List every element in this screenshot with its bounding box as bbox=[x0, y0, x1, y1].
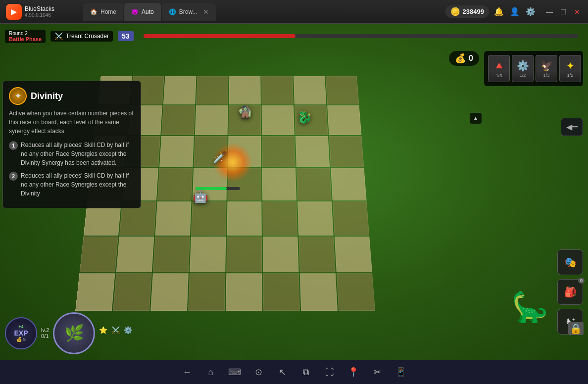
fullscreen-icon[interactable]: ⛶ bbox=[322, 364, 338, 380]
board-cell[interactable] bbox=[298, 237, 335, 272]
app-logo: ▶ BlueStacks 4.90.0.1046 bbox=[0, 4, 79, 20]
hero-avatar[interactable]: 🌿 bbox=[53, 312, 95, 354]
board-cell[interactable] bbox=[262, 201, 297, 236]
home-nav-icon[interactable]: ⌂ bbox=[203, 364, 219, 380]
divinity-panel: ✦ Divinity Active when you have certain … bbox=[2, 81, 141, 208]
board-cell[interactable] bbox=[337, 273, 375, 311]
board-cell[interactable] bbox=[329, 136, 364, 167]
scissors-icon[interactable]: ✂ bbox=[369, 364, 385, 380]
board-cell[interactable] bbox=[294, 76, 326, 105]
globe-icon[interactable]: ⊙ bbox=[250, 364, 266, 380]
board-cell[interactable] bbox=[261, 76, 294, 105]
lock-icon: 🔒 bbox=[568, 322, 584, 335]
phone-icon[interactable]: 📱 bbox=[393, 364, 409, 380]
piece-faction-icon: ⚔️ bbox=[111, 326, 120, 334]
effect-text-2: Reduces all ally pieces' Skill CD by hal… bbox=[21, 171, 135, 198]
hero-hp-display: 53 bbox=[118, 31, 134, 41]
tab-auto[interactable]: 😈 Auto bbox=[124, 3, 161, 21]
character-icon: 🎭 bbox=[564, 256, 577, 268]
board-cell[interactable] bbox=[190, 237, 226, 272]
board-cell[interactable] bbox=[226, 237, 262, 272]
board-cell[interactable] bbox=[161, 105, 195, 135]
board-cell[interactable] bbox=[159, 136, 194, 167]
close-button[interactable]: ✕ bbox=[572, 7, 582, 17]
game-area: 🧌 🐉 🗡️ 🤖 Round 2 Battle Phase ⚔️ Treant … bbox=[0, 24, 588, 384]
window-controls: — ☐ ✕ bbox=[544, 7, 582, 17]
board-cell[interactable] bbox=[229, 76, 260, 105]
board-cell[interactable] bbox=[153, 237, 190, 272]
board-cell[interactable] bbox=[113, 273, 152, 311]
board-cell[interactable] bbox=[157, 168, 193, 201]
board-cell[interactable] bbox=[333, 201, 369, 236]
board-cell[interactable] bbox=[263, 273, 300, 311]
auto-tab-label: Auto bbox=[142, 8, 154, 15]
synergy-count-1: 1/3 bbox=[496, 73, 502, 78]
board-cell[interactable] bbox=[296, 168, 332, 201]
game-piece-robot: 🤖 bbox=[193, 190, 208, 203]
round-label: Round 2 bbox=[9, 31, 42, 36]
board-cell[interactable] bbox=[297, 201, 334, 236]
avatar-icons: ⭐ ⚔️ ⚙️ bbox=[99, 326, 132, 340]
synergy-item-3[interactable]: 🦅 1/3 bbox=[536, 55, 557, 82]
board-cell[interactable] bbox=[116, 237, 154, 272]
back-nav-icon[interactable]: ← bbox=[179, 364, 195, 380]
board-cell[interactable] bbox=[326, 76, 359, 105]
synergy-icon-4: ✦ bbox=[566, 60, 575, 72]
synergy-panel: 🔺 1/3 ⚙️ 1/2 🦅 1/3 ✦ 1/2 bbox=[484, 51, 583, 86]
board-cell[interactable] bbox=[227, 201, 261, 236]
map-pin-icon[interactable]: 📍 bbox=[345, 364, 361, 380]
board-cell[interactable] bbox=[196, 76, 228, 105]
settings-icon[interactable]: ⚙️ bbox=[526, 7, 536, 16]
copy-icon[interactable]: ⧉ bbox=[298, 364, 314, 380]
back-button[interactable]: ◀═ bbox=[561, 118, 583, 136]
board-cell[interactable] bbox=[327, 105, 361, 135]
board-cell[interactable] bbox=[195, 105, 228, 135]
bottom-game-ui: +4 EXP 💰 5 lv.2 0/1 🌿 ⭐ ⚔️ ⚙️ bbox=[0, 306, 588, 360]
synergy-item-1[interactable]: 🔺 1/3 bbox=[488, 55, 510, 82]
minimize-button[interactable]: — bbox=[544, 7, 554, 17]
synergy-item-2[interactable]: ⚙️ 1/2 bbox=[512, 55, 534, 82]
synergy-item-4[interactable]: ✦ 1/2 bbox=[559, 55, 581, 82]
tab-browser[interactable]: 🌐 Brow... ✕ bbox=[162, 3, 216, 21]
bag-badge: 0 bbox=[578, 278, 585, 284]
hero-icon: ⚔️ bbox=[54, 32, 63, 40]
titlebar-right: 🪙 238499 🔔 👤 ⚙️ — ☐ ✕ bbox=[440, 5, 588, 18]
gold-display: 💰 0 bbox=[449, 51, 479, 66]
board-cell[interactable] bbox=[75, 273, 115, 311]
keyboard-icon[interactable]: ⌨ bbox=[227, 364, 243, 380]
board-cell[interactable] bbox=[191, 201, 226, 236]
browser-tab-close[interactable]: ✕ bbox=[203, 8, 209, 16]
board-cell[interactable] bbox=[163, 76, 196, 105]
maximize-button[interactable]: ☐ bbox=[558, 7, 568, 17]
board-cell[interactable] bbox=[295, 136, 330, 167]
round-display: Round 2 Battle Phase bbox=[5, 30, 46, 43]
board-cell[interactable] bbox=[262, 136, 295, 167]
board-cell[interactable] bbox=[150, 273, 189, 311]
battle-phase-label: Battle Phase bbox=[9, 36, 42, 42]
hero-name-label: Treant Crusader bbox=[66, 33, 109, 40]
account-icon[interactable]: 👤 bbox=[510, 7, 520, 16]
synergy-count-2: 1/2 bbox=[520, 73, 526, 78]
board-cell[interactable] bbox=[226, 273, 262, 311]
board-cell[interactable] bbox=[188, 273, 225, 311]
game-piece-3: 🗡️ bbox=[213, 150, 228, 164]
board-cell[interactable] bbox=[262, 105, 294, 135]
board-cell[interactable] bbox=[335, 237, 372, 272]
character-button[interactable]: 🎭 bbox=[557, 249, 583, 275]
board-cell[interactable] bbox=[300, 273, 338, 311]
notification-icon[interactable]: 🔔 bbox=[494, 7, 504, 16]
board-cell[interactable] bbox=[331, 168, 366, 201]
board-cell[interactable] bbox=[80, 237, 118, 272]
board-cell[interactable] bbox=[155, 201, 192, 236]
board-cell[interactable] bbox=[263, 237, 299, 272]
scroll-up-arrow[interactable]: ▲ bbox=[470, 113, 482, 124]
bag-button[interactable]: 🎒 0 bbox=[557, 279, 583, 305]
add-piece-button[interactable]: ♞+ 🔒 bbox=[557, 309, 583, 335]
exp-label: EXP bbox=[14, 329, 28, 337]
exp-button[interactable]: +4 EXP 💰 5 bbox=[5, 317, 37, 349]
board-cell[interactable] bbox=[262, 168, 296, 201]
exp-progress: 0/1 bbox=[41, 333, 49, 339]
tab-home[interactable]: 🏠 Home bbox=[83, 3, 123, 21]
synergy-count-3: 1/3 bbox=[543, 73, 550, 78]
cursor-icon[interactable]: ↖ bbox=[274, 364, 290, 380]
